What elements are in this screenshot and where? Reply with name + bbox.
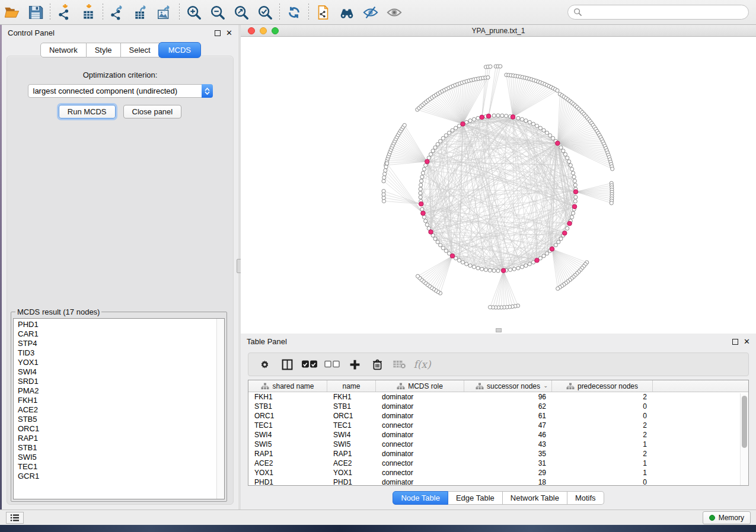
mcds-result-item[interactable]: GCR1	[18, 472, 224, 481]
refresh-icon[interactable]	[282, 2, 306, 23]
cytoscape-app-window: Control Panel ✕ NetworkStyleSelectMCDS O…	[0, 0, 756, 532]
mcds-result-item[interactable]: SWI5	[18, 453, 224, 462]
column-header-MCDS-role[interactable]: MCDS role	[376, 380, 464, 392]
delete-table-icon[interactable]	[390, 355, 410, 374]
import-network-icon[interactable]	[53, 2, 76, 23]
select-all-rows-icon[interactable]	[299, 355, 320, 374]
optimization-criterion-dropdown[interactable]: largest connected component (undirected)	[28, 84, 213, 98]
delete-column-icon[interactable]	[367, 355, 387, 374]
tab-node-table[interactable]: Node Table	[393, 491, 448, 505]
mcds-result-item[interactable]: YOX1	[18, 358, 224, 367]
import-table-icon[interactable]	[76, 2, 100, 23]
save-session-icon[interactable]	[24, 2, 47, 23]
cell-successor_nodes: 35	[464, 450, 552, 458]
column-header-name[interactable]: name	[327, 380, 376, 392]
table-row[interactable]: SWI5SWI5connector431	[248, 440, 748, 449]
close-table-panel-icon[interactable]: ✕	[744, 339, 750, 345]
canvas-scroll-handle[interactable]	[496, 328, 502, 332]
mcds-result-item[interactable]: ORC1	[18, 424, 224, 434]
column-header-shared-name[interactable]: shared name	[248, 380, 327, 392]
table-row[interactable]: PHD1PHD1dominator180	[248, 477, 748, 486]
mcds-result-item[interactable]: CAR1	[18, 329, 224, 339]
mcds-result-item[interactable]: ACE2	[18, 405, 224, 415]
mcds-result-item[interactable]: SRD1	[18, 377, 224, 386]
mcds-result-list[interactable]: PHD1CAR1STP4TID3YOX1SWI4SRD1PMA2FKH1ACE2…	[13, 318, 225, 499]
find-binoculars-icon[interactable]	[335, 2, 359, 23]
zoom-out-icon[interactable]	[206, 2, 229, 23]
tab-mcds[interactable]: MCDS	[158, 42, 201, 58]
zoom-fit-icon[interactable]	[229, 2, 253, 23]
tab-edge-table[interactable]: Edge Table	[448, 491, 503, 505]
tab-network-table[interactable]: Network Table	[503, 491, 567, 505]
column-header-predecessor-nodes[interactable]: predecessor nodes	[552, 380, 653, 392]
float-panel-icon[interactable]	[215, 30, 221, 36]
mcds-result-item[interactable]: STP4	[18, 339, 224, 348]
network-window-titlebar[interactable]: YPA_prune.txt_1	[241, 25, 756, 37]
search-input[interactable]	[585, 8, 743, 17]
table-row[interactable]: ACE2ACE2connector311	[248, 459, 748, 468]
table-row[interactable]: SWI4SWI4dominator462	[248, 430, 748, 440]
cell-mcds_role: dominator	[376, 412, 464, 420]
table-row[interactable]: STB1STB1dominator620	[248, 402, 748, 411]
table-row[interactable]: FKH1FKH1dominator962	[248, 392, 748, 402]
network-window-title: YPA_prune.txt_1	[241, 27, 756, 35]
show-hidden-icon[interactable]	[382, 2, 406, 23]
close-panel-button[interactable]: Close panel	[123, 105, 182, 118]
status-menu-button[interactable]	[6, 512, 24, 524]
cell-shared_name: TEC1	[248, 421, 327, 430]
open-file-icon[interactable]	[0, 2, 24, 23]
mcds-result-item[interactable]: RAP1	[18, 434, 224, 443]
run-mcds-button[interactable]: Run MCDS	[59, 105, 116, 118]
cell-name: TEC1	[327, 421, 376, 430]
export-network-icon[interactable]	[106, 2, 129, 23]
deselect-all-rows-icon[interactable]	[322, 355, 342, 374]
close-panel-icon[interactable]: ✕	[226, 30, 232, 36]
node-table[interactable]: shared namenameMCDS rolesuccessor nodes⌄…	[248, 380, 749, 486]
mcds-result-item[interactable]: PMA2	[18, 386, 224, 396]
mcds-result-item[interactable]: STB5	[18, 415, 224, 424]
cell-predecessor_nodes: 2	[552, 450, 653, 458]
tab-motifs[interactable]: Motifs	[567, 491, 604, 505]
hide-selected-icon[interactable]	[359, 2, 382, 23]
cell-shared_name: STB1	[248, 402, 327, 411]
cell-shared_name: FKH1	[248, 393, 327, 401]
zoom-in-icon[interactable]	[182, 2, 206, 23]
mcds-result-item[interactable]: STB1	[18, 443, 224, 453]
column-header-successor-nodes[interactable]: successor nodes⌄	[464, 380, 552, 392]
export-table-icon[interactable]	[129, 2, 153, 23]
mcds-result-item[interactable]: TEC1	[18, 462, 224, 472]
column-tree-icon	[397, 383, 405, 390]
table-row[interactable]: YOX1YOX1connector291	[248, 468, 748, 477]
mcds-result-item[interactable]: SWI4	[18, 367, 224, 377]
toolbar-search-field[interactable]	[567, 5, 749, 20]
cell-predecessor_nodes: 0	[552, 478, 653, 486]
float-table-panel-icon[interactable]	[732, 339, 738, 345]
table-settings-icon[interactable]	[254, 355, 275, 374]
table-tabs: Node TableEdge TableNetwork TableMotifs	[241, 491, 756, 505]
network-from-selection-icon[interactable]	[311, 2, 335, 23]
network-graph[interactable]	[241, 37, 756, 334]
column-layout-icon[interactable]	[277, 355, 297, 374]
cell-mcds_role: dominator	[376, 402, 464, 411]
tab-select[interactable]: Select	[121, 43, 160, 57]
tab-style[interactable]: Style	[87, 43, 121, 57]
table-row[interactable]: ORC1ORC1dominator610	[248, 411, 748, 421]
network-canvas[interactable]	[241, 37, 756, 334]
table-header-row: shared namenameMCDS rolesuccessor nodes⌄…	[248, 380, 748, 392]
export-image-icon[interactable]	[153, 2, 177, 23]
mcds-result-item[interactable]: PHD1	[18, 320, 224, 329]
desktop-wallpaper	[0, 525, 756, 532]
cell-name: RAP1	[327, 450, 376, 458]
mcds-result-scrollbar[interactable]	[216, 319, 224, 499]
table-scrollbar[interactable]	[740, 393, 748, 485]
add-column-icon[interactable]	[344, 355, 365, 374]
cell-predecessor_nodes: 1	[552, 440, 653, 448]
tab-network[interactable]: Network	[40, 43, 87, 57]
zoom-selected-icon[interactable]	[253, 2, 277, 23]
table-row[interactable]: TEC1TEC1connector472	[248, 421, 748, 430]
mcds-result-item[interactable]: TID3	[18, 348, 224, 358]
function-builder-icon[interactable]: f(x)	[412, 355, 432, 374]
memory-button[interactable]: Memory	[703, 511, 751, 524]
mcds-result-item[interactable]: FKH1	[18, 396, 224, 405]
table-row[interactable]: RAP1RAP1dominator352	[248, 449, 748, 459]
